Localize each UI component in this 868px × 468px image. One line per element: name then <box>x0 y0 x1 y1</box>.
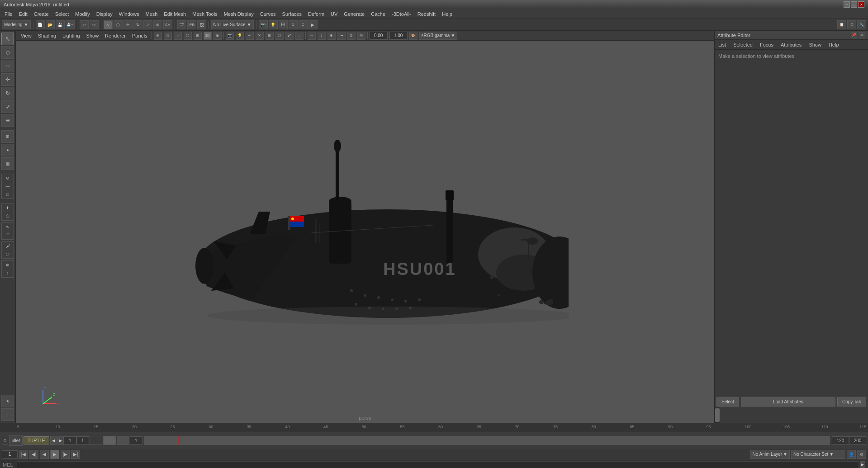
attr-editor-toggle-btn[interactable]: ⚙ <box>847 20 856 29</box>
go-to-start-btn[interactable]: |◀ <box>19 450 28 459</box>
vp-select-type-btn[interactable]: ⊙ <box>154 32 162 40</box>
vp-circle-btn[interactable]: ○ <box>295 32 304 40</box>
current-frame-input[interactable] <box>2 450 18 459</box>
vp-move-arrows[interactable]: ↔ <box>308 32 316 40</box>
vp-component-type[interactable]: ⊙ <box>347 32 356 40</box>
mode-dropdown[interactable]: Modeling ▼ <box>2 20 31 29</box>
playblast-btn[interactable]: ▶ <box>308 20 318 29</box>
attr-tab-help[interactable]: Help <box>827 41 841 48</box>
rigging-group[interactable]: ⊕ ↕ <box>1 260 14 278</box>
timeline-bar[interactable] <box>144 436 830 445</box>
attr-scrollbar[interactable] <box>715 407 720 423</box>
lighting-menu[interactable]: Lighting <box>60 32 82 39</box>
close-button[interactable]: ✕ <box>858 1 864 8</box>
attr-select-btn[interactable]: Select <box>716 397 739 407</box>
save-as-button[interactable]: 💾+ <box>66 20 75 29</box>
menu-edit-mesh[interactable]: Edit Mesh <box>161 10 189 18</box>
lasso-select-btn[interactable]: 〰 <box>1 60 14 72</box>
curve-tools-group[interactable]: ∿ ⌒ <box>1 222 14 240</box>
rotate-btn[interactable]: ↻ <box>1 87 14 99</box>
menu-modify[interactable]: Modify <box>72 10 92 18</box>
vp-snap-to-btn[interactable]: ⊕ <box>327 32 336 40</box>
rotate-tool-btn[interactable]: ↻ <box>133 20 142 29</box>
menu-surfaces[interactable]: Surfaces <box>280 10 304 18</box>
mel-input[interactable] <box>17 461 859 468</box>
joint-btn[interactable]: ⊕ <box>2 261 14 269</box>
timeline-frame-field-1[interactable] <box>64 436 76 444</box>
constraint-btn[interactable]: C <box>299 20 308 29</box>
character-set-dropdown[interactable]: No Character Set ▼ <box>791 450 845 459</box>
panels-menu[interactable]: Panels <box>130 32 150 39</box>
live-surface-dropdown[interactable]: No Live Surface ▼ <box>211 20 254 29</box>
curve-tool-1[interactable]: ∿ <box>2 223 14 231</box>
modeling-tools-group[interactable]: ⬆ ⬡ <box>1 203 14 221</box>
lasso-btn[interactable]: ⬡ <box>114 20 123 29</box>
thumb-preview-3[interactable] <box>117 436 129 445</box>
timeline-content[interactable]: ⚙ ullet TURTLE ◀ ▶ <box>0 432 868 449</box>
menu-deform[interactable]: Deform <box>305 10 327 18</box>
universal-tool-btn[interactable]: ⊕ <box>153 20 162 29</box>
anim-btn[interactable]: 🎞 <box>279 20 288 29</box>
vp-uvmap-btn[interactable]: ⬡ <box>184 32 192 40</box>
vp-shadow-btn[interactable]: ⊸ <box>246 32 254 40</box>
anim-layer-dropdown[interactable]: No Anim Layer ▼ <box>750 450 790 459</box>
thumb-preview-1[interactable] <box>90 436 102 445</box>
vp-value2-input[interactable] <box>389 32 408 40</box>
menu-mesh[interactable]: Mesh <box>142 10 160 18</box>
vp-align-btn[interactable]: ⊶ <box>337 32 346 40</box>
menu-edit[interactable]: Edit <box>16 10 30 18</box>
bevel-btn[interactable]: ⬡ <box>2 212 14 220</box>
range-start-field[interactable] <box>130 436 142 444</box>
attr-tab-selected[interactable]: Selected <box>731 41 754 48</box>
viewport-render-btn[interactable]: 🖼 <box>197 20 206 29</box>
menu-help[interactable]: Help <box>439 10 455 18</box>
menu-display[interactable]: Display <box>94 10 115 18</box>
component-mode-group[interactable]: ⊙ — □ <box>1 174 14 199</box>
more-tools-btn[interactable]: ⋮ <box>1 408 14 421</box>
thumb-preview-2[interactable] <box>103 436 116 445</box>
ipr-btn[interactable]: IPR <box>187 20 196 29</box>
smooth-btn[interactable]: ◌ <box>2 250 14 258</box>
select-arrow-btn[interactable]: ↖ <box>1 33 14 45</box>
show-menu[interactable]: Show <box>84 32 101 39</box>
attr-tab-attributes[interactable]: Attributes <box>779 41 803 48</box>
menu-3dto[interactable]: -3DtoAll- <box>389 10 414 18</box>
light-btn[interactable]: 💡 <box>269 20 278 29</box>
paint-select-btn[interactable]: ⬡ <box>1 46 14 59</box>
open-button[interactable]: 📂 <box>46 20 55 29</box>
snap-cv-btn[interactable]: CV <box>163 20 172 29</box>
wireframe-btn[interactable]: ⊞ <box>1 130 14 143</box>
copy-tab-btn[interactable]: Copy Tab <box>837 397 866 407</box>
vp-value1-input[interactable] <box>370 32 388 40</box>
tool-settings-btn[interactable]: 🔧 <box>857 20 866 29</box>
menu-redshift[interactable]: Redshift <box>415 10 438 18</box>
timeline-ruler[interactable]: 5 10 15 20 25 30 35 40 45 50 55 60 65 70… <box>0 423 868 432</box>
step-fwd-btn[interactable]: |▶ <box>61 450 70 459</box>
vp-grid-btn[interactable]: ⊞ <box>194 32 202 40</box>
menu-generate[interactable]: Generate <box>341 10 367 18</box>
move-tool-btn[interactable]: ✛ <box>123 20 133 29</box>
menu-uv[interactable]: UV <box>328 10 340 18</box>
play-fwd-btn[interactable]: ▶ <box>50 450 59 459</box>
vp-crease-btn[interactable]: ⬡ <box>275 32 284 40</box>
vp-rotate-arrows[interactable]: ↕ <box>318 32 326 40</box>
vp-xray-btn[interactable]: ✕ <box>256 32 264 40</box>
turtle-button[interactable]: TURTLE <box>24 436 49 444</box>
move-btn[interactable]: ✛ <box>1 73 14 86</box>
vp-paint-btn[interactable]: 🖌 <box>285 32 294 40</box>
face-mode-btn[interactable]: □ <box>2 190 14 199</box>
load-attributes-btn[interactable]: Load Attributes <box>741 397 835 407</box>
channel-box-btn[interactable]: 📋 <box>837 20 846 29</box>
next-layer-btn[interactable]: ▶ <box>57 436 64 445</box>
play-back-btn[interactable]: ◀ <box>40 450 49 459</box>
vertex-mode-btn[interactable]: ⊙ <box>2 174 14 182</box>
select-tool-btn[interactable]: ↖ <box>104 20 113 29</box>
timeline-frame-field-2[interactable] <box>76 436 89 444</box>
undo-button[interactable]: ↩ <box>80 20 89 29</box>
smooth-shade-btn[interactable]: ● <box>1 144 14 156</box>
playhead[interactable] <box>179 436 180 445</box>
new-scene-button[interactable]: 📄 <box>36 20 45 29</box>
shading-menu[interactable]: Shading <box>36 32 58 39</box>
menu-file[interactable]: File <box>2 10 15 18</box>
vp-camera-btn[interactable]: 📷 <box>226 32 234 40</box>
